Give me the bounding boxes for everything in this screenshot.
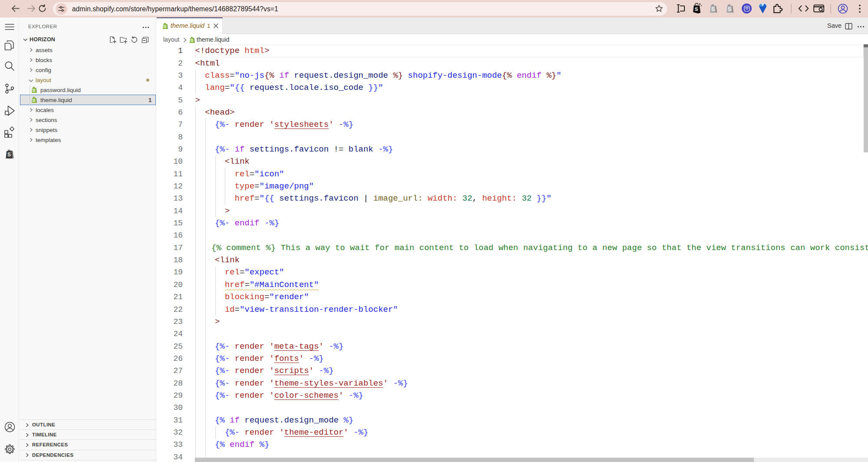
- svg-text:S: S: [164, 24, 166, 29]
- svg-text:S: S: [191, 38, 193, 43]
- svg-text:S: S: [33, 98, 35, 102]
- svg-text:S: S: [728, 6, 731, 12]
- svg-text:S: S: [7, 152, 11, 158]
- svg-text:S: S: [711, 6, 715, 12]
- svg-text:S: S: [33, 88, 35, 92]
- svg-text:S: S: [695, 7, 698, 12]
